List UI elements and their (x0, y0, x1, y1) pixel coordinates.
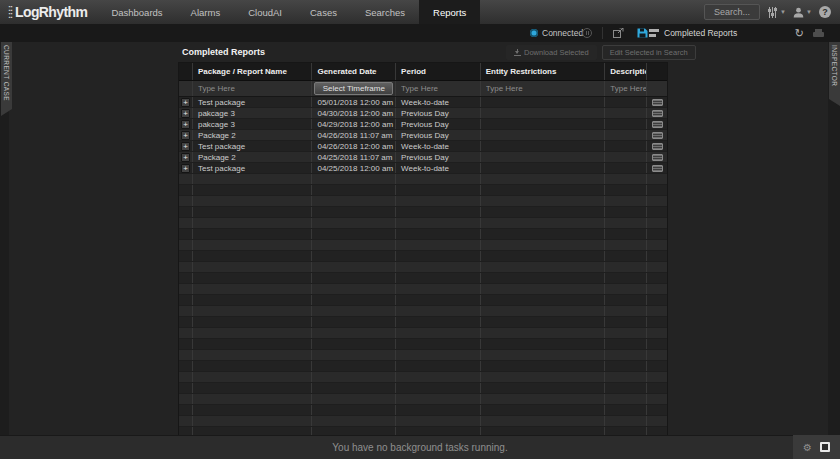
table-empty-row[interactable] (179, 416, 667, 427)
table-row[interactable]: +Package 204/26/2018 11:07 amPrevious Da… (179, 130, 667, 141)
row-expander-cell (179, 174, 193, 184)
table-empty-row[interactable] (179, 339, 667, 350)
tab-searches[interactable]: Searches (351, 0, 419, 24)
table-empty-row[interactable] (179, 383, 667, 394)
header-package-name[interactable]: Package / Report Name (193, 63, 313, 80)
view-selector[interactable]: Completed Reports (649, 24, 737, 42)
table-empty-row[interactable] (179, 394, 667, 405)
report-actions-icon[interactable] (652, 132, 663, 139)
expand-row-icon[interactable]: + (181, 164, 190, 173)
expand-row-icon[interactable]: + (181, 98, 190, 107)
print-icon[interactable] (813, 29, 824, 37)
chevron-down-icon: ▼ (780, 9, 786, 15)
expand-row-icon[interactable]: + (181, 142, 190, 151)
table-row[interactable]: +pakcage 304/30/2018 12:00 amPrevious Da… (179, 108, 667, 119)
report-actions-icon[interactable] (652, 121, 663, 128)
entity-restrictions-cell (481, 108, 605, 118)
table-empty-row[interactable] (179, 196, 667, 207)
download-selected-button[interactable]: Download Selected (506, 45, 597, 60)
table-empty-row[interactable] (179, 295, 667, 306)
table-empty-row[interactable] (179, 251, 667, 262)
row-expander-cell: + (179, 163, 193, 173)
table-empty-row[interactable] (179, 185, 667, 196)
row-expander-cell (179, 218, 193, 228)
report-actions-icon[interactable] (652, 165, 663, 172)
generated-date-cell (312, 306, 396, 316)
inspector-tab[interactable]: INSPECTOR (829, 40, 840, 106)
expand-row-icon[interactable]: + (181, 153, 190, 162)
entity-restrictions-cell (481, 152, 605, 162)
tab-cases[interactable]: Cases (296, 0, 351, 24)
table-empty-row[interactable] (179, 284, 667, 295)
entity-restrictions-cell (481, 394, 605, 404)
table-empty-row[interactable] (179, 273, 667, 284)
table-empty-row[interactable] (179, 350, 667, 361)
tab-reports[interactable]: Reports (419, 0, 480, 24)
edit-selected-button[interactable]: Edit Selected in Search (602, 45, 696, 60)
user-menu-button[interactable]: ▼ (793, 7, 812, 18)
table-row[interactable]: +Test package04/25/2018 12:00 amWeek-to-… (179, 163, 667, 174)
sliders-icon (767, 7, 778, 18)
name-filter-input[interactable] (198, 84, 312, 93)
period-filter-input[interactable] (401, 84, 480, 93)
gear-icon[interactable]: ⚙ (803, 442, 812, 453)
row-expander-cell (179, 350, 193, 360)
generated-date-cell (312, 207, 396, 217)
header-period[interactable]: Period (396, 63, 481, 80)
expand-row-icon[interactable]: + (181, 109, 190, 118)
expand-row-icon[interactable]: + (181, 120, 190, 129)
table-empty-row[interactable] (179, 317, 667, 328)
report-actions-icon[interactable] (652, 110, 663, 117)
row-expander-cell (179, 317, 193, 327)
description-cell (605, 350, 647, 360)
header-description[interactable]: Description (605, 63, 647, 80)
entity-filter-input[interactable] (486, 84, 604, 93)
table-empty-row[interactable] (179, 405, 667, 416)
table-empty-row[interactable] (179, 229, 667, 240)
table-empty-row[interactable] (179, 427, 667, 435)
row-actions-cell (647, 108, 667, 118)
table-empty-row[interactable] (179, 262, 667, 273)
report-actions-icon[interactable] (652, 143, 663, 150)
table-empty-row[interactable] (179, 328, 667, 339)
filter-menu-button[interactable]: ▼ (767, 7, 786, 18)
refresh-button[interactable]: ↻ (795, 28, 804, 38)
table-empty-row[interactable] (179, 240, 667, 251)
tab-dashboards[interactable]: Dashboards (97, 0, 176, 24)
table-row[interactable]: +Test package04/26/2018 12:00 amWeek-to-… (179, 141, 667, 152)
table-row[interactable]: +Package 204/25/2018 11:07 amPrevious Da… (179, 152, 667, 163)
period-cell (396, 229, 481, 239)
generated-date-cell (312, 383, 396, 393)
tab-alarms[interactable]: Alarms (177, 0, 235, 24)
table-empty-row[interactable] (179, 218, 667, 229)
table-empty-row[interactable] (179, 306, 667, 317)
report-actions-icon[interactable] (652, 154, 663, 161)
select-timeframe-button[interactable]: Select Timeframe (314, 82, 393, 95)
pause-updates-button[interactable] (582, 24, 592, 42)
table-row[interactable]: +pakcage 304/29/2018 12:00 amPrevious Da… (179, 119, 667, 130)
table-empty-row[interactable] (179, 361, 667, 372)
expand-row-icon[interactable]: + (181, 131, 190, 140)
connected-label: Connected (542, 28, 583, 38)
current-case-tab[interactable]: CURRENT CASE (1, 40, 12, 116)
header-actions (647, 63, 667, 80)
report-actions-icon[interactable] (652, 99, 663, 106)
generated-date-cell (312, 251, 396, 261)
save-view-button[interactable] (637, 24, 648, 42)
table-empty-row[interactable] (179, 207, 667, 218)
description-filter-input[interactable] (610, 84, 646, 93)
table-empty-row[interactable] (179, 174, 667, 185)
search-input[interactable]: Search... (704, 4, 760, 20)
pop-out-button[interactable] (613, 24, 624, 42)
header-entity-restrictions[interactable]: Entity Restrictions (481, 63, 605, 80)
collapse-statusbar-icon[interactable] (820, 442, 830, 452)
table-empty-row[interactable] (179, 372, 667, 383)
description-cell (605, 328, 647, 338)
help-icon[interactable]: ? (819, 6, 831, 18)
description-cell (605, 119, 647, 129)
tab-cloudai[interactable]: CloudAI (234, 0, 296, 24)
row-expander-cell: + (179, 130, 193, 140)
header-generated-date[interactable]: Generated Date (312, 63, 396, 80)
table-row[interactable]: +Test package05/01/2018 12:00 amWeek-to-… (179, 97, 667, 108)
row-actions-cell (647, 251, 667, 261)
